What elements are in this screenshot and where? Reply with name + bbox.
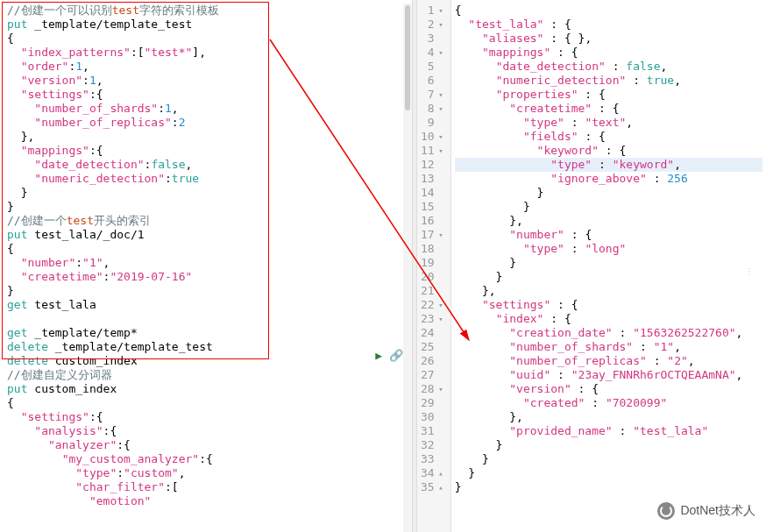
code-line[interactable]: "date_detection" : false, bbox=[455, 60, 762, 74]
code-line[interactable]: "settings" : { bbox=[455, 298, 762, 312]
code-line[interactable]: put test_lala/_doc/1 bbox=[7, 228, 405, 242]
code-line[interactable]: } bbox=[7, 284, 405, 298]
editor-container: //创建一个可以识别test字符的索引模板put _template/templ… bbox=[0, 0, 766, 532]
code-line[interactable]: "emotion" bbox=[7, 494, 405, 508]
code-line[interactable]: "number" : { bbox=[455, 228, 762, 242]
run-icon[interactable]: ▶ bbox=[375, 349, 382, 362]
fold-icon[interactable]: ▾ bbox=[436, 298, 443, 312]
fold-icon[interactable]: ▾ bbox=[436, 382, 443, 396]
code-line[interactable]: "type":"custom", bbox=[7, 466, 405, 480]
code-line[interactable]: }, bbox=[7, 130, 405, 144]
code-line[interactable]: "type" : "keyword", bbox=[455, 158, 762, 172]
code-line[interactable]: "createtime" : { bbox=[455, 102, 762, 116]
code-line[interactable]: } bbox=[455, 438, 762, 452]
line-number: 34▴ bbox=[421, 466, 443, 480]
line-number: 15 bbox=[421, 200, 443, 214]
code-line[interactable]: "char_filter":[ bbox=[7, 480, 405, 494]
code-line[interactable]: } bbox=[7, 186, 405, 200]
code-line[interactable]: "analysis":{ bbox=[7, 424, 405, 438]
code-line[interactable]: "created" : "7020099" bbox=[455, 396, 762, 410]
code-line[interactable]: "numeric_detection":true bbox=[7, 172, 405, 186]
code-line[interactable]: "index" : { bbox=[455, 312, 762, 326]
code-line[interactable]: }, bbox=[455, 284, 762, 298]
code-line[interactable]: { bbox=[7, 396, 405, 410]
line-number: 24 bbox=[421, 326, 443, 340]
code-line[interactable]: "creation_date" : "1563262522760", bbox=[455, 326, 762, 340]
code-line[interactable]: } bbox=[7, 200, 405, 214]
code-line[interactable]: } bbox=[455, 480, 762, 494]
fold-icon[interactable]: ▾ bbox=[436, 144, 443, 158]
code-line[interactable]: "version" : { bbox=[455, 382, 762, 396]
fold-icon[interactable]: ▾ bbox=[436, 102, 443, 116]
code-line[interactable]: } bbox=[455, 466, 762, 480]
code-line[interactable]: "settings":{ bbox=[7, 410, 405, 424]
code-line[interactable]: //创建一个test开头的索引 bbox=[7, 214, 405, 228]
line-number: 20 bbox=[421, 270, 443, 284]
code-line[interactable]: "test_lala" : { bbox=[455, 18, 762, 32]
code-line[interactable]: }, bbox=[455, 410, 762, 424]
code-line[interactable]: { bbox=[7, 242, 405, 256]
code-line[interactable]: "aliases" : { }, bbox=[455, 32, 762, 46]
line-number: 32 bbox=[421, 438, 443, 452]
code-line[interactable]: "properties" : { bbox=[455, 88, 762, 102]
code-line[interactable]: "fields" : { bbox=[455, 130, 762, 144]
fold-icon[interactable]: ▾ bbox=[436, 88, 443, 102]
copy-link-icon[interactable]: 🔗 bbox=[389, 349, 403, 362]
watermark: DotNet技术人 bbox=[657, 502, 755, 520]
code-line[interactable]: "my_custom_analyzer":{ bbox=[7, 452, 405, 466]
code-line[interactable]: "date_detection":false, bbox=[7, 158, 405, 172]
fold-icon[interactable]: ▾ bbox=[436, 228, 443, 242]
code-line[interactable]: "version":1, bbox=[7, 74, 405, 88]
line-number: 3 bbox=[421, 32, 443, 46]
code-line[interactable]: } bbox=[455, 452, 762, 466]
watermark-text: DotNet技术人 bbox=[680, 503, 755, 519]
code-line[interactable]: "number_of_shards" : "1", bbox=[455, 340, 762, 354]
code-line[interactable]: "number_of_replicas" : "2", bbox=[455, 354, 762, 368]
code-line[interactable]: "numeric_detection" : true, bbox=[455, 74, 762, 88]
code-line[interactable]: delete _template/template_test bbox=[7, 340, 405, 354]
code-line[interactable]: } bbox=[455, 256, 762, 270]
code-line[interactable]: "uuid" : "23ay_FNNRh6rOCTQEAAmNA", bbox=[455, 368, 762, 382]
code-line[interactable]: "mappings" : { bbox=[455, 46, 762, 60]
code-line[interactable]: "createtime":"2019-07-16" bbox=[7, 270, 405, 284]
code-line[interactable]: "number_of_shards":1, bbox=[7, 102, 405, 116]
code-line[interactable]: "provided_name" : "test_lala" bbox=[455, 424, 762, 438]
code-line[interactable]: "ignore_above" : 256 bbox=[455, 172, 762, 186]
code-line[interactable]: "analyzer":{ bbox=[7, 438, 405, 452]
code-line[interactable]: get test_lala bbox=[7, 298, 405, 312]
fold-icon[interactable]: ▴ bbox=[436, 466, 443, 480]
code-line[interactable]: get _template/temp* bbox=[7, 326, 405, 340]
response-code[interactable]: { "test_lala" : { "aliases" : { }, "mapp… bbox=[451, 0, 766, 532]
code-line[interactable]: "number_of_replicas":2 bbox=[7, 116, 405, 130]
line-number: 21 bbox=[421, 284, 443, 298]
code-line[interactable]: { bbox=[455, 4, 762, 18]
code-line[interactable]: //创建一个可以识别test字符的索引模板 bbox=[7, 4, 405, 18]
code-line[interactable]: "number":"1", bbox=[7, 256, 405, 270]
code-line[interactable]: } bbox=[455, 186, 762, 200]
code-line[interactable] bbox=[7, 312, 405, 326]
code-line[interactable]: delete custom_index bbox=[7, 354, 405, 368]
code-line[interactable]: "type" : "text", bbox=[455, 116, 762, 130]
fold-icon[interactable]: ▾ bbox=[436, 312, 443, 326]
fold-icon[interactable]: ▴ bbox=[436, 480, 443, 494]
code-line[interactable]: put custom_index bbox=[7, 382, 405, 396]
code-line[interactable]: } bbox=[455, 270, 762, 284]
fold-icon[interactable]: ▾ bbox=[436, 130, 443, 144]
request-editor[interactable]: //创建一个可以识别test字符的索引模板put _template/templ… bbox=[0, 0, 412, 532]
code-line[interactable]: "type" : "long" bbox=[455, 242, 762, 256]
fold-icon[interactable]: ▾ bbox=[436, 46, 443, 60]
code-line[interactable]: "mappings":{ bbox=[7, 144, 405, 158]
code-line[interactable]: put _template/template_test bbox=[7, 18, 405, 32]
fold-icon[interactable]: ▾ bbox=[436, 4, 443, 18]
code-line[interactable]: }, bbox=[455, 214, 762, 228]
code-line[interactable]: //创建自定义分词器 bbox=[7, 368, 405, 382]
code-line[interactable]: { bbox=[7, 32, 405, 46]
scrollbar-thumb[interactable] bbox=[405, 5, 410, 110]
code-line[interactable]: "keyword" : { bbox=[455, 144, 762, 158]
code-line[interactable]: "order":1, bbox=[7, 60, 405, 74]
code-line[interactable]: } bbox=[455, 200, 762, 214]
code-line[interactable]: "index_patterns":["test*"], bbox=[7, 46, 405, 60]
fold-icon[interactable]: ▾ bbox=[436, 18, 443, 32]
code-line[interactable]: "settings":{ bbox=[7, 88, 405, 102]
scrollbar[interactable] bbox=[403, 4, 412, 532]
